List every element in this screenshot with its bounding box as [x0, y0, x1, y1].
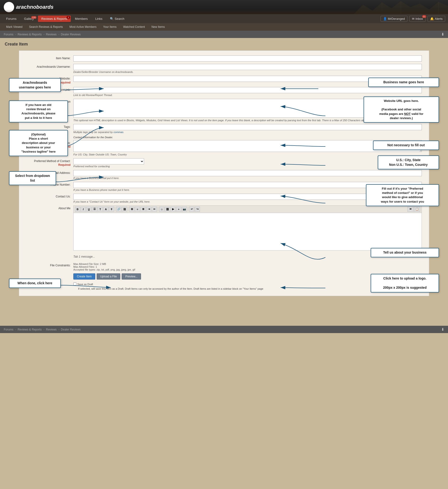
nav-alerts[interactable]: 🔔 Alerts — [427, 16, 445, 22]
rte-add[interactable]: + — [176, 207, 181, 212]
sub-nav-most-active[interactable]: Most Active Members — [66, 24, 100, 30]
nav-links[interactable]: Links — [92, 16, 106, 22]
sub-nav-watched[interactable]: Watched Content — [120, 24, 148, 30]
create-item-button[interactable]: Create Item — [73, 273, 95, 279]
tags-row: Tags: Multiple tags may be separated by … — [26, 124, 422, 133]
email-field: If you have a Business email put it here… — [73, 170, 422, 179]
rte-redo[interactable]: ↪ — [195, 207, 200, 212]
nav-user[interactable]: 👤 MrDeranged — [381, 16, 408, 22]
breadcrumb-dealer-reviews[interactable]: Dealer Reviews — [61, 33, 81, 36]
site-logo[interactable]: 🕷 arachnoboards — [4, 2, 54, 12]
breadcrumb-reviews[interactable]: Reviews — [46, 33, 56, 36]
nav-forums[interactable]: Forums — [3, 16, 20, 22]
username: MrDeranged — [388, 17, 405, 21]
contact-method-hint: Preferred method for contacting — [73, 165, 422, 168]
annotation-description: (Optional)Place a shortdescription about… — [9, 130, 68, 156]
nav-inbox[interactable]: ✉ Inbox 21 — [409, 16, 426, 22]
rte-image[interactable]: 🖼 — [165, 207, 170, 212]
rte-list-ul[interactable]: ≡ — [135, 207, 140, 212]
email-input[interactable] — [73, 170, 422, 176]
rte-text[interactable]: T — [98, 207, 103, 212]
username-input[interactable] — [73, 64, 422, 70]
breadcrumb-sep-1: → — [14, 33, 17, 36]
rte-undo[interactable]: ↩ — [189, 207, 194, 212]
footer-breadcrumb-reviews[interactable]: Reviews & Reports — [18, 328, 42, 331]
rte-strikethrough[interactable]: T — [109, 207, 114, 212]
rte-bold[interactable]: B — [75, 207, 80, 212]
contact-method-select[interactable]: Email Phone Website Form — [73, 158, 144, 164]
sub-nav: Mark Viewed Search Reviews & Reports Mos… — [0, 23, 448, 31]
logo-icon: 🕷 — [4, 2, 14, 12]
sub-nav-new-items[interactable]: New Items — [148, 24, 168, 30]
about-me-field: B I U ☰ T A T 🔗 ⛓ ⊞ ≡ ≣ ⇥ ⇤ — [73, 205, 422, 251]
tab-message: Tab 1 message... — [73, 255, 422, 258]
file-constraints-field: Max Allowed File Size: 2 MB Max Allowed … — [73, 262, 422, 271]
nav-gallery[interactable]: Gallery 126 — [21, 16, 37, 22]
save-draft-hint: If selected, will save this item as a Dr… — [78, 287, 422, 291]
tags-label: Tags: — [26, 124, 73, 129]
annotation-done: When done, click here — [9, 279, 61, 288]
rte-media[interactable]: ▶ — [170, 207, 176, 212]
address-row: Address: Required For US: City, State Ou… — [26, 140, 422, 156]
rte-outdent[interactable]: ⇤ — [152, 207, 157, 212]
rte-source[interactable]: ✏ — [408, 207, 414, 212]
file-count: Max Allowed Files: 1 — [73, 265, 422, 268]
rte-table[interactable]: ⊞ — [129, 207, 134, 212]
download-icon[interactable]: ⬇ — [441, 32, 444, 37]
breadcrumb-reviews-reports[interactable]: Reviews & Reports — [18, 33, 42, 36]
tags-hint-link[interactable]: commas — [114, 131, 124, 133]
save-draft-checkbox[interactable] — [73, 282, 76, 285]
rte-emoji[interactable]: ☺ — [159, 207, 164, 212]
tags-input[interactable] — [73, 124, 422, 130]
search-icon: 🔍 — [110, 17, 114, 21]
annotation-business: Business name goes here — [368, 78, 439, 87]
nav-search[interactable]: 🔍 Search — [107, 16, 128, 22]
sub-nav-mark-viewed[interactable]: Mark Viewed — [3, 24, 26, 30]
file-types: Accepted file types: zip, txt, pdf, png,… — [73, 268, 422, 271]
sub-nav-search[interactable]: Search Reviews & Reports — [26, 24, 66, 30]
footer-sep-3: → — [57, 328, 60, 331]
rte-fullscreen[interactable]: 📋 — [414, 207, 420, 212]
rte-toolbar: B I U ☰ T A T 🔗 ⛓ ⊞ ≡ ≣ ⇥ ⇤ — [73, 205, 422, 213]
footer-breadcrumb-dealer[interactable]: Dealer Reviews — [61, 328, 81, 331]
tab-message-spacer — [26, 253, 73, 254]
rte-italic[interactable]: I — [81, 207, 86, 212]
rte-link[interactable]: 🔗 — [116, 207, 121, 212]
sub-nav-your-items[interactable]: Your Items — [100, 24, 120, 30]
rte-indent[interactable]: ⇥ — [146, 207, 151, 212]
email-row: Email Address: If you have a Business em… — [26, 170, 422, 179]
about-me-textarea[interactable] — [73, 213, 422, 251]
file-size: Max Allowed File Size: 2 MB — [73, 262, 422, 265]
rte-underline[interactable]: U — [86, 207, 91, 212]
rte-unlink[interactable]: ⛓ — [122, 207, 127, 212]
inbox-icon: ✉ — [412, 17, 415, 21]
item-name-label: Item Name: — [26, 56, 73, 60]
alerts-icon: 🔔 — [430, 17, 434, 21]
item-name-input[interactable] — [73, 56, 422, 62]
rte-bullet[interactable]: ☰ — [92, 207, 97, 212]
file-constraints-label: File Constraints: — [26, 262, 73, 268]
upload-file-button[interactable]: Upload a File — [97, 273, 120, 279]
main-content: Create Item Arachnoboardsusername goes h… — [0, 38, 448, 321]
annotation-about: Tell us about your business — [371, 248, 439, 257]
rte-camera[interactable]: 📷 — [182, 207, 187, 212]
address-textarea[interactable] — [73, 140, 422, 152]
prev-review-input[interactable] — [73, 87, 422, 93]
breadcrumb-forums[interactable]: Forums — [4, 33, 13, 36]
gallery-badge: 126 — [31, 16, 37, 19]
nav-members[interactable]: Members — [72, 16, 91, 22]
footer-download-icon[interactable]: ⬇ — [441, 327, 444, 332]
about-me-label: About Me — [26, 205, 73, 210]
preview-button[interactable]: Preview... — [122, 273, 141, 279]
nav-right: 👤 MrDeranged ✉ Inbox 21 🔔 Alerts — [381, 16, 445, 22]
footer-breadcrumb-forums[interactable]: Forums — [4, 328, 13, 331]
rte-font[interactable]: A — [103, 207, 108, 212]
footer-breadcrumb: Forums → Reviews & Reports → Reviews → D… — [0, 326, 448, 333]
save-draft-label[interactable]: Save as Draft — [73, 282, 422, 287]
rte-list-ol[interactable]: ≣ — [141, 207, 146, 212]
rte-sep-3 — [158, 207, 158, 212]
footer-breadcrumb-reviews2[interactable]: Reviews — [46, 328, 56, 331]
nav-reviews[interactable]: Reviews & Reports 3 — [38, 16, 71, 22]
inbox-badge: 21 — [422, 15, 426, 18]
contact-us-label: Contact Us: — [26, 194, 73, 199]
